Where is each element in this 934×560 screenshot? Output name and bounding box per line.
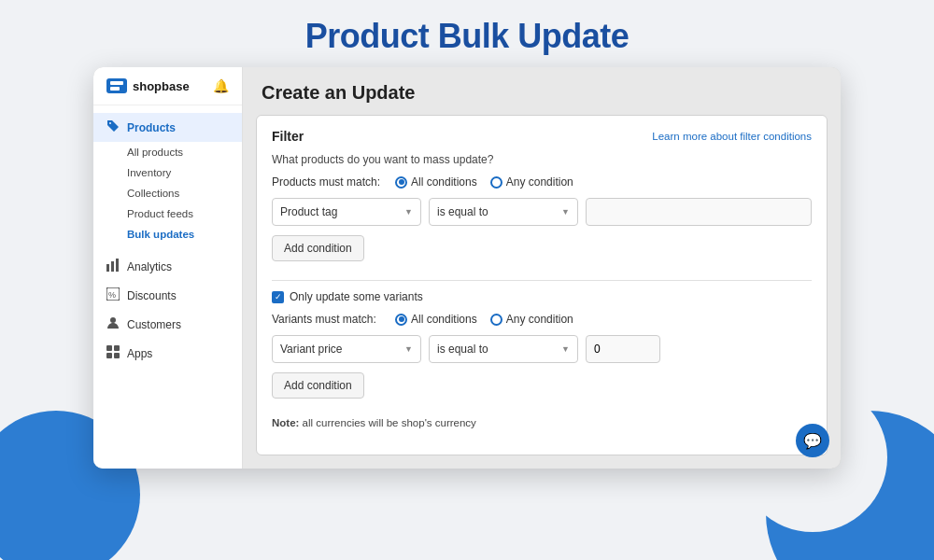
variant-any-condition-radio[interactable] xyxy=(490,314,502,326)
svg-rect-9 xyxy=(114,345,120,351)
app-window: shopbase 🔔 Products All products Invento… xyxy=(93,67,841,469)
variant-operator-select-1[interactable]: is equal to ▼ xyxy=(429,335,578,363)
logo-text: shopbase xyxy=(133,79,190,93)
filter-title: Filter xyxy=(272,129,304,144)
sidebar-item-inventory[interactable]: Inventory xyxy=(93,162,242,183)
sidebar-apps-label: Apps xyxy=(127,347,152,360)
only-update-variants-checkbox[interactable]: ✓ xyxy=(272,291,284,303)
sidebar-item-customers[interactable]: Customers xyxy=(93,310,242,339)
note-row: Note: all currencies will be shop's curr… xyxy=(272,417,812,428)
condition-field-label-1: Product tag xyxy=(280,205,337,218)
checkbox-check-icon: ✓ xyxy=(275,293,282,301)
sidebar-item-analytics[interactable]: Analytics xyxy=(93,252,242,281)
all-conditions-radio[interactable] xyxy=(395,176,407,189)
sidebar-item-apps[interactable]: Apps xyxy=(93,339,242,368)
any-condition-label: Any condition xyxy=(506,175,573,189)
condition-field-arrow-1: ▼ xyxy=(404,207,413,217)
sidebar-products-label: Products xyxy=(127,121,176,134)
variant-all-conditions-label: All conditions xyxy=(411,313,477,326)
condition-value-input-1[interactable] xyxy=(586,198,812,226)
products-match-row: Products must match: All conditions Any … xyxy=(272,175,812,189)
sidebar-header: shopbase 🔔 xyxy=(93,67,242,105)
variant-condition-row-1: Variant price ▼ is equal to ▼ xyxy=(272,335,812,363)
condition-operator-select-1[interactable]: is equal to ▼ xyxy=(429,198,578,226)
content-header: Create an Update xyxy=(243,67,841,115)
any-condition-option[interactable]: Any condition xyxy=(490,175,573,189)
variant-all-conditions-option[interactable]: All conditions xyxy=(395,313,477,326)
variant-field-select-1[interactable]: Variant price ▼ xyxy=(272,335,421,363)
any-condition-radio[interactable] xyxy=(490,176,502,189)
svg-rect-11 xyxy=(114,353,120,358)
chat-button[interactable]: 💬 xyxy=(796,424,829,457)
filter-question: What products do you want to mass update… xyxy=(272,153,812,166)
variant-operator-arrow-1: ▼ xyxy=(561,344,570,354)
svg-point-7 xyxy=(110,317,116,323)
page-title: Product Bulk Update xyxy=(0,0,934,67)
sidebar-item-collections[interactable]: Collections xyxy=(93,183,242,203)
svg-rect-8 xyxy=(106,345,112,351)
sidebar-analytics-label: Analytics xyxy=(127,260,172,273)
sidebar-item-all-products[interactable]: All products xyxy=(93,142,242,162)
sidebar: shopbase 🔔 Products All products Invento… xyxy=(93,67,243,469)
variant-field-arrow-1: ▼ xyxy=(404,344,413,354)
variants-match-label: Variants must match: xyxy=(272,313,384,326)
svg-rect-2 xyxy=(106,264,109,272)
main-content: Create an Update Filter Learn more about… xyxy=(243,67,841,469)
sidebar-item-products[interactable]: Products xyxy=(93,113,242,142)
logo-container: shopbase xyxy=(106,78,190,93)
nav-divider-1 xyxy=(93,245,242,252)
svg-rect-10 xyxy=(106,353,112,358)
discount-icon: % xyxy=(106,287,120,303)
only-update-variants-label: Only update some variants xyxy=(290,290,423,303)
apps-icon xyxy=(106,345,120,361)
tag-icon xyxy=(106,119,120,135)
sidebar-item-product-feeds[interactable]: Product feeds xyxy=(93,203,242,224)
sidebar-nav: Products All products Inventory Collecti… xyxy=(93,105,242,469)
customers-icon xyxy=(106,316,120,332)
all-conditions-label: All conditions xyxy=(411,175,477,189)
svg-rect-3 xyxy=(111,261,114,272)
products-match-label: Products must match: xyxy=(272,175,384,189)
variant-any-condition-label: Any condition xyxy=(506,313,573,326)
shopbase-logo-icon xyxy=(106,78,127,93)
content-title: Create an Update xyxy=(262,82,822,104)
all-conditions-option[interactable]: All conditions xyxy=(395,175,477,189)
variants-match-row: Variants must match: All conditions Any … xyxy=(272,313,812,326)
add-products-condition-button[interactable]: Add condition xyxy=(272,235,364,261)
products-match-radio-group: All conditions Any condition xyxy=(395,175,573,189)
filter-header: Filter Learn more about filter condition… xyxy=(272,129,812,144)
variant-field-label-1: Variant price xyxy=(280,343,342,356)
svg-rect-1 xyxy=(110,87,120,91)
variant-value-input-1[interactable] xyxy=(586,335,660,363)
filter-panel: Filter Learn more about filter condition… xyxy=(256,115,828,455)
variants-match-radio-group: All conditions Any condition xyxy=(395,313,573,326)
sidebar-item-bulk-updates[interactable]: Bulk updates xyxy=(93,224,242,245)
sidebar-discounts-label: Discounts xyxy=(127,289,177,302)
svg-text:%: % xyxy=(108,290,116,300)
condition-field-select-1[interactable]: Product tag ▼ xyxy=(272,198,421,226)
condition-row-1: Product tag ▼ is equal to ▼ xyxy=(272,198,812,226)
note-label: Note: xyxy=(272,417,299,428)
filter-learn-more-link[interactable]: Learn more about filter conditions xyxy=(652,131,812,142)
chat-icon: 💬 xyxy=(803,432,822,450)
condition-operator-label-1: is equal to xyxy=(437,205,488,218)
only-update-variants-row[interactable]: ✓ Only update some variants xyxy=(272,290,812,303)
bar-chart-icon xyxy=(106,259,120,274)
svg-rect-0 xyxy=(110,81,123,85)
sidebar-customers-label: Customers xyxy=(127,318,181,331)
notification-bell-icon[interactable]: 🔔 xyxy=(213,78,229,93)
condition-operator-arrow-1: ▼ xyxy=(561,207,570,217)
svg-rect-4 xyxy=(116,259,119,272)
sidebar-item-discounts[interactable]: % Discounts xyxy=(93,281,242,310)
variant-any-condition-option[interactable]: Any condition xyxy=(490,313,573,326)
note-text: all currencies will be shop's currency xyxy=(303,417,476,428)
section-divider xyxy=(272,280,812,281)
add-variants-condition-button[interactable]: Add condition xyxy=(272,372,364,399)
variant-operator-label-1: is equal to xyxy=(437,343,488,356)
variant-all-conditions-radio[interactable] xyxy=(395,314,407,326)
